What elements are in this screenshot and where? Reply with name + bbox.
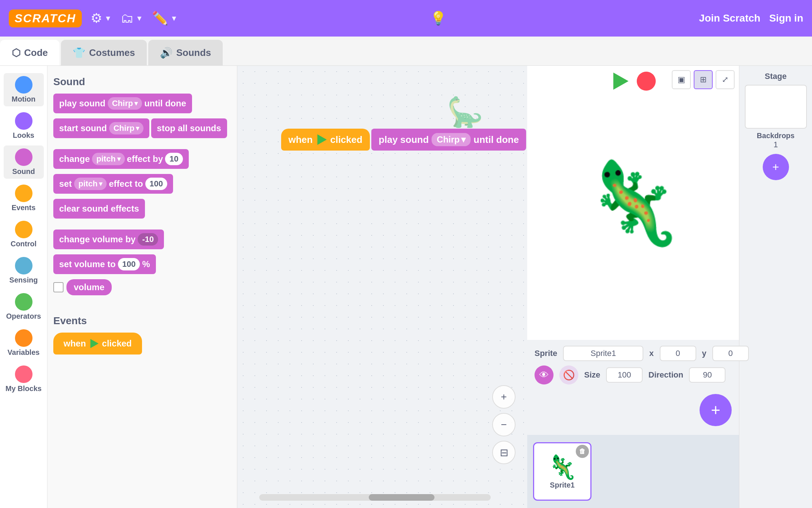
sign-in-btn[interactable]: Sign in [769, 12, 803, 24]
tab-code[interactable]: ⬡ Code [0, 40, 60, 65]
file-menu-btn[interactable]: ⚙ ▼ [91, 11, 112, 26]
operators-circle [15, 293, 32, 311]
sprite-name-input[interactable] [563, 346, 643, 361]
events-circle [15, 185, 32, 202]
stop-btn[interactable] [637, 72, 656, 91]
block-clear-sound-effects[interactable]: clear sound effects [53, 199, 145, 219]
code-play-sound[interactable]: play sound Chirp ▾ until done [371, 129, 526, 151]
zoom-in-btn[interactable]: + [492, 385, 516, 409]
sidebar-item-looks[interactable]: Looks [4, 109, 44, 143]
sprite-direction-input[interactable] [689, 367, 725, 383]
volume-checkbox[interactable] [53, 282, 64, 292]
blocks-palette: Sound play sound Chirp ▾ until done star… [47, 66, 237, 508]
stage-view-buttons: ▣ ⊞ ⤢ [672, 70, 735, 89]
show-sprite-btn[interactable]: 👁 [535, 365, 554, 384]
code-area[interactable]: 🦕 when clicked play sound Chirp ▾ until … [237, 66, 527, 508]
pencil-menu-btn[interactable]: ✏️ ▼ [152, 11, 178, 26]
code-chirp-pill[interactable]: Chirp ▾ [432, 133, 471, 146]
sidebar-item-sensing[interactable]: Sensing [4, 254, 44, 287]
backdrops-count: 1 [773, 140, 778, 149]
large-stage-btn[interactable]: ⊞ [694, 70, 713, 89]
stage: ▣ ⊞ ⤢ 🦎 [527, 66, 739, 340]
y-label: y [702, 349, 706, 358]
main: Motion Looks Sound Events Control Sensin… [0, 66, 812, 508]
edit-menu-btn[interactable]: 🗂 ▼ [120, 11, 143, 26]
sprite-delete-btn[interactable]: 🗑 [576, 445, 589, 458]
chirp-pill-2[interactable]: Chirp ▾ [109, 122, 143, 134]
code-when-flag-clicked[interactable]: when clicked [281, 129, 370, 151]
code-green-flag-icon [315, 134, 327, 145]
block-set-pitch[interactable]: set pitch ▾ effect to 100 [53, 174, 173, 194]
pitch-pill-1[interactable]: pitch ▾ [92, 153, 125, 165]
fullscreen-btn[interactable]: ⤢ [716, 70, 735, 89]
sprite-card-sprite1[interactable]: 🗑 🦎 Sprite1 [533, 442, 591, 501]
sidebar-item-variables[interactable]: Variables [4, 326, 44, 360]
green-flag-stage-btn[interactable] [610, 72, 629, 91]
chirp-pill-1[interactable]: Chirp ▾ [108, 97, 142, 110]
sidebar-item-myblocks[interactable]: My Blocks [4, 363, 44, 396]
block-change-volume[interactable]: change volume by -10 [53, 230, 164, 249]
events-section-title: Events [53, 315, 231, 327]
topbar: SCRATCH ⚙ ▼ 🗂 ▼ ✏️ ▼ 💡 Join Scratch Sign… [0, 0, 812, 37]
block-when-flag-clicked[interactable]: when clicked [53, 333, 142, 355]
pitch-value-2[interactable]: 100 [145, 178, 168, 190]
backdrops-label: Backdrops [757, 132, 794, 140]
looks-circle [15, 112, 32, 130]
control-circle [15, 221, 32, 238]
sidebar-item-motion[interactable]: Motion [4, 73, 44, 106]
sprite-y-input[interactable] [712, 346, 749, 361]
add-sprite-btn[interactable]: + [700, 394, 732, 426]
code-scrollbar-h[interactable] [259, 494, 491, 501]
tabbar: ⬡ Code 👕 Costumes 🔊 Sounds [0, 37, 812, 66]
block-stop-all-sounds[interactable]: stop all sounds [151, 118, 227, 138]
zoom-controls: + − ⊟ [492, 385, 516, 464]
costumes-tab-icon: 👕 [73, 47, 85, 59]
stage-top-controls [610, 72, 656, 91]
stage-thumbnail [745, 85, 807, 129]
myblocks-circle [15, 365, 32, 383]
block-play-sound-until-done[interactable]: play sound Chirp ▾ until done [53, 94, 192, 113]
motion-circle [15, 76, 32, 94]
pitch-pill-2[interactable]: pitch ▾ [74, 178, 107, 190]
variables-label: Variables [8, 348, 40, 357]
tab-sounds[interactable]: 🔊 Sounds [148, 40, 223, 65]
add-backdrop-btn[interactable]: + [763, 154, 789, 180]
direction-label: Direction [648, 370, 683, 380]
volume-change-val[interactable]: -10 [138, 233, 158, 246]
categories-sidebar: Motion Looks Sound Events Control Sensin… [0, 66, 47, 508]
sprite-x-input[interactable] [660, 346, 696, 361]
sprite-size-input[interactable] [606, 367, 643, 383]
hide-sprite-btn[interactable]: 🚫 [559, 365, 578, 384]
code-block-stack: when clicked play sound Chirp ▾ until do… [281, 128, 526, 151]
events-label: Events [12, 204, 36, 212]
scrollbar-thumb[interactable] [369, 494, 434, 501]
zoom-out-btn[interactable]: − [492, 413, 516, 436]
block-set-volume[interactable]: set volume to 100 % [53, 254, 156, 274]
sidebar-item-operators[interactable]: Operators [4, 290, 44, 323]
pitch-value-1[interactable]: 10 [165, 153, 183, 165]
code-tab-icon: ⬡ [12, 47, 20, 59]
tab-code-label: Code [24, 47, 48, 58]
tutorials-btn[interactable]: 💡 [430, 11, 447, 26]
zoom-fit-btn[interactable]: ⊟ [492, 441, 516, 464]
tab-costumes[interactable]: 👕 Costumes [61, 40, 147, 65]
small-stage-btn[interactable]: ▣ [672, 70, 691, 89]
stage-panel-title: Stage [765, 72, 787, 81]
block-change-pitch[interactable]: change pitch ▾ effect by 10 [53, 149, 189, 169]
sound-circle [15, 148, 32, 166]
join-scratch-btn[interactable]: Join Scratch [699, 12, 761, 24]
right-panel: ▣ ⊞ ⤢ 🦎 Sprite x y 👁 🚫 Size Dire [527, 66, 739, 508]
volume-reporter-row: volume [53, 279, 231, 295]
sound-label: Sound [12, 167, 35, 176]
block-start-sound[interactable]: start sound Chirp ▾ [53, 118, 149, 138]
sidebar-item-control[interactable]: Control [4, 218, 44, 251]
volume-set-val[interactable]: 100 [118, 258, 140, 270]
size-label: Size [584, 370, 600, 380]
control-label: Control [11, 240, 37, 248]
scratch-logo[interactable]: SCRATCH [9, 10, 82, 27]
volume-reporter-block[interactable]: volume [66, 279, 112, 295]
sounds-tab-icon: 🔊 [160, 47, 173, 59]
sidebar-item-events[interactable]: Events [4, 182, 44, 215]
variables-circle [15, 329, 32, 347]
sidebar-item-sound[interactable]: Sound [4, 145, 44, 179]
